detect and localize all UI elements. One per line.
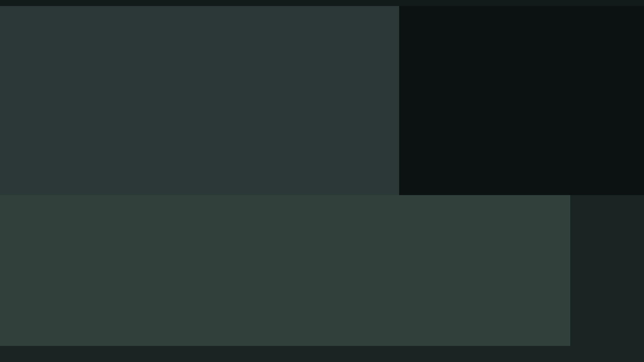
- bottom-bar: [0, 346, 644, 362]
- sequencer-panel: [0, 195, 570, 346]
- track-list-panel: [570, 195, 644, 346]
- mixer-panel: [399, 6, 644, 195]
- pattern-editor: [0, 6, 399, 195]
- menu-bar: [0, 0, 644, 6]
- daw-window: [0, 0, 644, 362]
